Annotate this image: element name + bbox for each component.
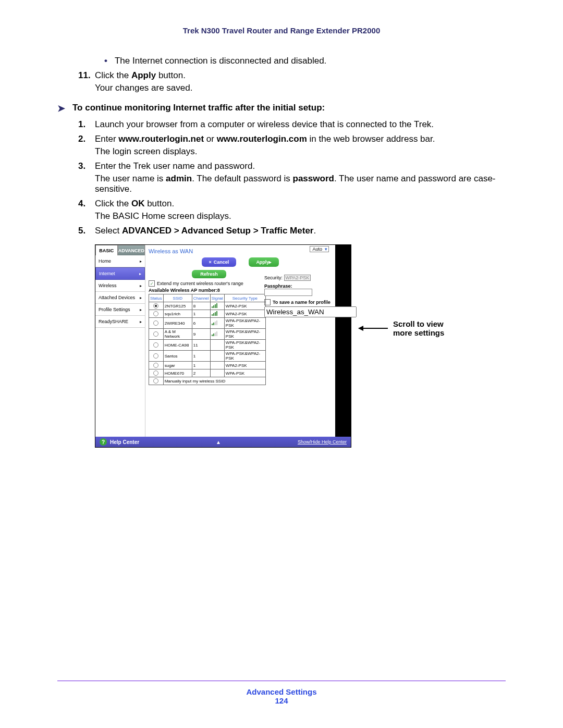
bullet-text: The Internet connection is disconnected … <box>115 56 326 66</box>
row-radio[interactable] <box>153 331 158 337</box>
sidebar-item-wireless[interactable]: Wireless▸ <box>95 280 145 292</box>
col-signal: Signal <box>210 294 224 302</box>
help-center-label[interactable]: Help Center <box>110 439 139 445</box>
col-channel: Channel <box>192 294 210 302</box>
step-text: Launch your browser from a computer or w… <box>95 119 434 130</box>
table-row[interactable]: Santos1WPA-PSK&WPA2-PSK <box>149 351 266 362</box>
page-number: 124 <box>0 696 563 705</box>
save-profile-label: To save a name for profile <box>273 300 331 305</box>
step-text: Click the OK button. <box>95 199 174 209</box>
scroll-annotation: Scroll to viewmore settings <box>359 319 444 337</box>
step-number: 1. <box>78 119 95 130</box>
row-radio[interactable] <box>153 353 158 359</box>
section-heading: To continue monitoring Internet traffic … <box>72 103 325 113</box>
table-row[interactable]: squ1rich1WPA2-PSK <box>149 310 266 318</box>
tab-advanced[interactable]: ADVANCED <box>118 245 145 255</box>
step-text: Enter www.routerlogin.net or www.routerl… <box>95 134 435 144</box>
footer-separator <box>57 681 506 681</box>
chevron-icon: ➤ <box>57 103 65 114</box>
row-radio[interactable] <box>153 320 158 326</box>
router-ui-screenshot: BASIC ADVANCED Home▸Internet▸Wireless▸At… <box>95 244 351 448</box>
step-number: 4. <box>78 199 95 209</box>
step-followup: The user name is admin. The default pass… <box>95 174 506 194</box>
apply-button[interactable]: Apply <box>249 257 279 267</box>
step-text: Enter the Trek user name and password. <box>95 161 255 171</box>
manual-radio[interactable] <box>153 378 158 384</box>
extend-checkbox[interactable]: ✓ <box>149 280 155 287</box>
footer-section: Advanced Settings <box>0 687 563 696</box>
passphrase-label: Passphrase: <box>264 283 292 289</box>
refresh-button[interactable]: Refresh <box>192 270 226 278</box>
col-ssid: SSID <box>163 294 192 302</box>
save-profile-checkbox[interactable] <box>264 299 271 305</box>
sidebar-item-home[interactable]: Home▸ <box>95 255 145 267</box>
bullet-icon: • <box>104 56 107 66</box>
tab-basic[interactable]: BASIC <box>95 245 118 255</box>
ap-count-label: Available Wireless AP number:8 <box>149 288 270 293</box>
row-radio[interactable] <box>153 342 158 348</box>
sidebar-item-profile-settings[interactable]: Profile Settings▸ <box>95 304 145 316</box>
help-icon: ? <box>100 438 107 446</box>
scrollbar-region[interactable] <box>335 245 351 437</box>
row-radio[interactable] <box>153 311 158 316</box>
step-number: 2. <box>78 134 95 144</box>
step-number: 5. <box>78 226 95 236</box>
col-security: Security Type <box>224 294 265 302</box>
panel-title: Wireless as WAN <box>149 248 332 254</box>
step-text: Select ADVANCED > Advanced Setup > Traff… <box>95 226 316 236</box>
table-row[interactable]: sugar1WPA2-PSK <box>149 362 266 369</box>
row-radio[interactable] <box>153 371 158 376</box>
row-radio[interactable] <box>153 363 158 368</box>
step-followup: Your changes are saved. <box>95 83 506 93</box>
step-number: 3. <box>78 161 95 171</box>
table-row[interactable]: A & M Network9WPA-PSK&WPA2-PSK <box>149 329 266 340</box>
cancel-button[interactable]: Cancel <box>202 257 237 267</box>
security-label: Security: <box>264 275 283 280</box>
document-title: Trek N300 Travel Router and Range Extend… <box>57 26 506 35</box>
step-text: Click the Apply button. <box>95 70 186 81</box>
profile-name-input[interactable] <box>264 306 357 317</box>
sidebar-item-readyshare[interactable]: ReadySHARE▸ <box>95 316 145 328</box>
row-radio[interactable] <box>153 303 158 309</box>
show-hide-help-link[interactable]: Show/Hide Help Center <box>298 439 347 445</box>
security-select[interactable]: WPA2-PSK <box>284 275 311 281</box>
step-number: 11. <box>78 70 95 81</box>
table-row[interactable]: 2WIRE3406WPA-PSK&WPA2-PSK <box>149 318 266 329</box>
sidebar-item-internet[interactable]: Internet▸ <box>95 267 145 280</box>
step-followup: The login screen displays. <box>95 146 506 157</box>
table-row[interactable]: HOME6702WPA-PSK <box>149 369 266 377</box>
extend-label: Extend my current wireless router's rang… <box>157 281 243 286</box>
step-followup: The BASIC Home screen displays. <box>95 211 506 221</box>
sidebar-item-attached-devices[interactable]: Attached Devices▸ <box>95 292 145 304</box>
table-row[interactable]: 2NTGR1258WPA2-PSK <box>149 302 266 310</box>
manual-ssid-label: Manually input my wireless SSID <box>163 377 265 385</box>
auto-select[interactable]: Auto <box>310 246 329 252</box>
wireless-ap-table: Status SSID Channel Signal Security Type… <box>149 294 266 385</box>
col-status: Status <box>149 294 164 302</box>
tab-bar: BASIC ADVANCED <box>95 245 145 255</box>
passphrase-input[interactable] <box>264 289 312 296</box>
arrow-icon <box>359 328 388 329</box>
table-row[interactable]: HOME-CA9811WPA-PSK&WPA2-PSK <box>149 340 266 351</box>
